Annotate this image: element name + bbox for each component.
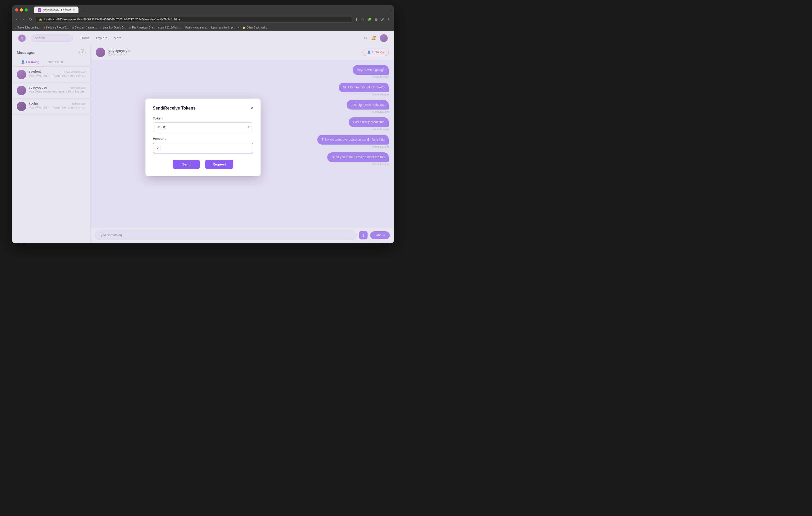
url-text: localhost:4783/messages/0xac8b8699693a96… [44, 18, 180, 21]
active-tab[interactable]: L yoyoyoyoyo • Lenster × [34, 6, 79, 13]
profile-icon[interactable]: W [380, 17, 385, 23]
sidebar-toggle-icon[interactable]: ⊞ [374, 17, 379, 23]
amount-input[interactable] [153, 143, 253, 153]
amount-label: Amount [153, 137, 253, 141]
share-icon[interactable]: ⬆ [354, 17, 359, 23]
bookmark-6[interactable]: Martin Kleppmann... [185, 26, 208, 29]
modal-overlay: Send/Receive Tokens × Token USDC WETH MA… [12, 31, 394, 243]
bookmark-icon[interactable]: ☆ [360, 17, 365, 23]
bookmark-4[interactable]: ⊞ The American-Dre... [129, 26, 155, 29]
forward-button[interactable]: › [21, 16, 26, 23]
menu-icon[interactable]: ⋮ [386, 17, 392, 23]
modal-close-button[interactable]: × [250, 106, 253, 111]
tab-title: yoyoyoyoyo • Lenster [44, 8, 71, 11]
bookmark-0[interactable]: V Steve Jobs on the... [14, 26, 40, 29]
bookmarks-bar: V Steve Jobs on the... ■ Sledging Preda/… [12, 24, 394, 31]
token-select[interactable]: USDC WETH MATIC DAI [153, 122, 253, 132]
bookmark-1[interactable]: ■ Sledging Preda/D... [44, 26, 68, 29]
refresh-button[interactable]: ↻ [27, 16, 34, 23]
tab-favicon: L [38, 8, 41, 12]
token-label: Token [153, 116, 253, 120]
modal-title: Send/Receive Tokens [153, 106, 196, 111]
close-window-button[interactable] [15, 8, 18, 11]
send-token-button[interactable]: Send [173, 160, 200, 169]
tab-close-button[interactable]: × [73, 8, 75, 12]
bookmark-more[interactable]: » [238, 26, 240, 29]
address-bar[interactable]: 🔒 localhost:4783/messages/0xac8b8699693a… [36, 16, 352, 23]
bookmark-7[interactable]: Lipton and his Imp... [211, 26, 235, 29]
window-more-icon[interactable]: ⌄ [388, 8, 391, 12]
fullscreen-window-button[interactable] [25, 8, 28, 11]
minimize-window-button[interactable] [20, 8, 23, 11]
traffic-lights [15, 8, 28, 11]
bookmark-3[interactable]: □ Let's Not Dumb D... [101, 26, 126, 29]
bookmark-2[interactable]: ☷ Being an Amazon... [72, 26, 97, 29]
send-receive-modal: Send/Receive Tokens × Token USDC WETH MA… [145, 98, 261, 176]
request-token-button[interactable]: Request [205, 160, 233, 169]
back-button[interactable]: ‹ [14, 16, 19, 23]
bookmark-5[interactable]: susanli2016/Mach... [158, 26, 181, 29]
extensions-icon[interactable]: 🧩 [366, 17, 373, 23]
bookmark-other[interactable]: 📁 Other Bookmarks [242, 26, 267, 29]
new-tab-button[interactable]: + [79, 7, 86, 13]
